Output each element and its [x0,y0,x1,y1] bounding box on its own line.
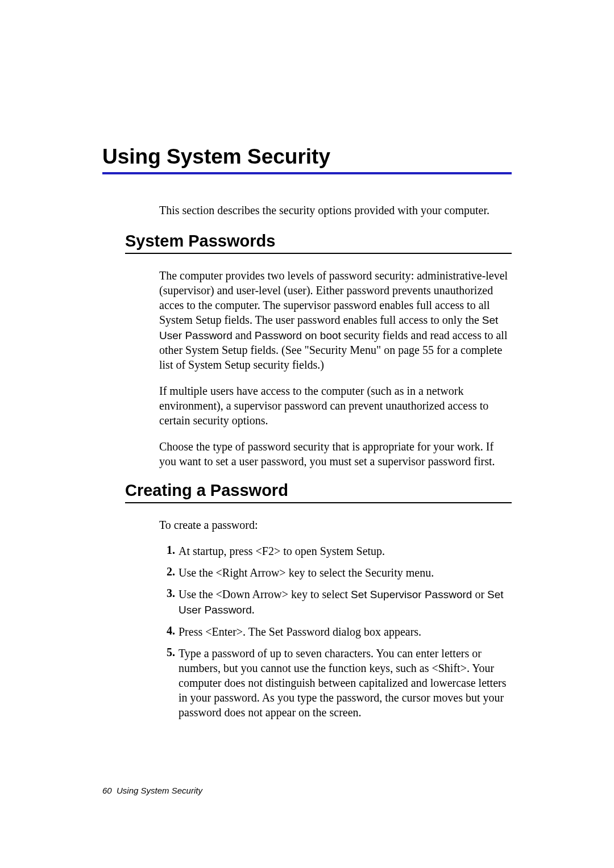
section-rule [125,253,512,254]
intro-paragraph: This section describes the security opti… [159,203,512,218]
list-text: Use the <Right Arrow> key to select the … [179,565,512,580]
list-text: Type a password of up to seven character… [179,646,512,720]
list-number: 1. [159,544,175,558]
paragraph: The computer provides two levels of pass… [159,268,512,372]
page-footer: 60 Using System Security [102,786,202,795]
list-item: 2. Use the <Right Arrow> key to select t… [159,565,512,580]
paragraph: If multiple users have access to the com… [159,383,512,428]
list-text: Press <Enter>. The Set Password dialog b… [179,624,512,639]
list-number: 2. [159,565,175,580]
text-run: The computer provides two levels of pass… [159,269,508,326]
list-text: At startup, press <F2> to open System Se… [179,544,512,558]
document-page: Using System Security This section descr… [0,0,614,720]
section-rule [125,502,512,503]
list-number: 3. [159,587,175,617]
list-item: 1. At startup, press <F2> to open System… [159,544,512,558]
section-title-creating-password: Creating a Password [125,481,512,500]
text-run: and [233,329,255,341]
chapter-title: Using System Security [102,145,512,169]
section-title-system-passwords: System Passwords [125,232,512,251]
ui-label-password-on-boot: Password on boot [255,329,341,341]
page-number: 60 [102,786,112,795]
list-text: Use the <Down Arrow> key to select Set S… [179,587,512,617]
chapter-rule [102,172,512,174]
list-item: 3. Use the <Down Arrow> key to select Se… [159,587,512,617]
ordered-list: 1. At startup, press <F2> to open System… [159,544,512,719]
text-run: or [472,588,487,600]
list-number: 4. [159,624,175,639]
list-item: 5. Type a password of up to seven charac… [159,646,512,720]
list-number: 5. [159,646,175,720]
footer-label: Using System Security [117,786,202,795]
paragraph: Choose the type of password security tha… [159,439,512,469]
list-item: 4. Press <Enter>. The Set Password dialo… [159,624,512,639]
paragraph: To create a password: [159,518,512,532]
text-run: . [252,603,255,616]
text-run: Use the <Down Arrow> key to select [179,588,351,600]
ui-label-set-supervisor-password: Set Supervisor Password [351,589,472,600]
